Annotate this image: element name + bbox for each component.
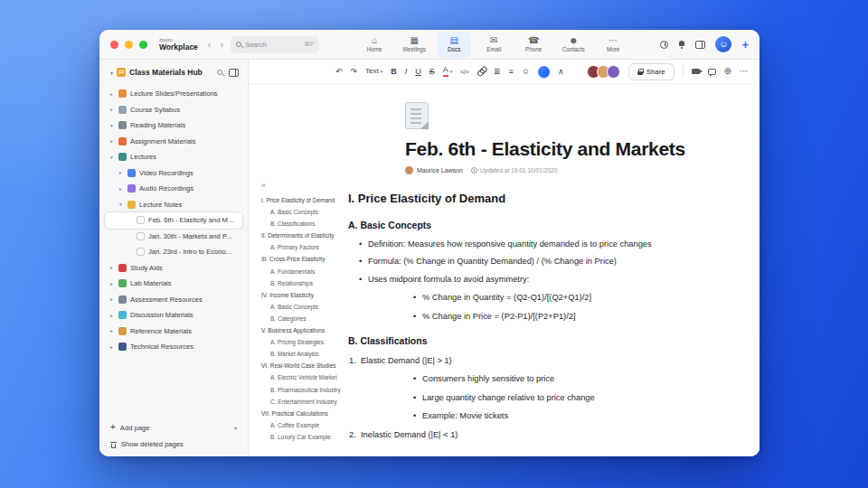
outline-item[interactable]: VI. Real-World Case Studies xyxy=(261,360,352,371)
sidebar-item[interactable]: ▸ Course Syllabus xyxy=(105,102,242,118)
sidebar-item[interactable]: ▸ Lecture Slides/Presentations xyxy=(105,86,242,102)
outline-item[interactable]: B. Classifications xyxy=(261,218,352,230)
share-button[interactable]: Share xyxy=(628,63,675,80)
sidebar-item[interactable]: ▸ Assessment Resources xyxy=(105,292,242,308)
chevron-icon[interactable]: ▸ xyxy=(118,186,124,192)
code-button[interactable]: </> xyxy=(460,69,468,75)
sidebar-item[interactable]: Feb. 6th - Elasticity and M... xyxy=(105,212,242,229)
outline-item[interactable]: A. Primary Factors xyxy=(261,241,352,253)
zoom-window-button[interactable] xyxy=(139,41,147,49)
bulleted-list-icon[interactable]: ≣ xyxy=(494,68,501,76)
sidebar-item[interactable]: ▸ Audio Recordings xyxy=(105,181,242,197)
outline-item[interactable]: V. Business Applications xyxy=(261,324,352,336)
outline-item[interactable]: A. Pricing Strategies xyxy=(261,336,352,348)
sidebar-item[interactable]: Jan. 30th - Markets and P... xyxy=(105,229,242,245)
text-style-dropdown[interactable]: Text ▾ xyxy=(365,68,382,75)
outline-item[interactable]: I. Price Elasticity of Demand xyxy=(261,194,352,206)
globe-icon[interactable]: ⊕ xyxy=(724,67,731,76)
show-deleted-pages-button[interactable]: Show deleted pages xyxy=(110,440,237,448)
forward-button[interactable]: › xyxy=(221,40,224,50)
sidebar-item[interactable]: ▸ Study Aids xyxy=(105,260,242,277)
collaborator-avatar[interactable] xyxy=(607,65,620,79)
chevron-down-icon[interactable]: ▾ xyxy=(234,425,237,431)
plus-icon[interactable]: + xyxy=(741,39,749,51)
tab-meetings[interactable]: ▦ Meetings xyxy=(397,32,431,58)
back-button[interactable]: ‹ xyxy=(208,40,212,50)
chevron-icon[interactable]: ▸ xyxy=(108,313,115,318)
close-window-button[interactable] xyxy=(110,41,118,49)
outline-item[interactable]: II. Determinants of Elasticity xyxy=(261,230,352,241)
comments-icon[interactable] xyxy=(708,69,716,75)
align-icon[interactable]: ≡ xyxy=(509,68,514,76)
chevron-icon[interactable]: ▸ xyxy=(108,344,115,350)
search-input[interactable]: Search ⌘F xyxy=(231,36,319,53)
sidebar-item[interactable]: ▾ Lecture Notes xyxy=(105,197,242,213)
tab-phone[interactable]: ☎ Phone xyxy=(516,32,551,58)
outline-item[interactable]: A. Basic Concepts xyxy=(261,206,352,218)
side-panel-icon[interactable] xyxy=(695,41,705,49)
document-title[interactable]: Feb. 6th - Elasticity and Markets xyxy=(405,138,749,160)
sidebar-item[interactable]: ▸ Discussion Materials xyxy=(105,307,242,324)
collapse-toolbar-icon[interactable]: ∧ xyxy=(558,68,564,76)
emoji-icon[interactable]: ☺ xyxy=(522,68,530,76)
italic-button[interactable]: I xyxy=(405,68,408,76)
strikethrough-button[interactable]: S xyxy=(429,68,435,76)
user-avatar[interactable]: ☺ xyxy=(715,36,731,52)
chevron-icon[interactable]: ▾ xyxy=(108,123,115,128)
sidebar-item[interactable]: ▸ Lab Materials xyxy=(105,276,242,292)
collapse-sidebar-icon[interactable] xyxy=(229,69,239,77)
outline-item[interactable]: A. Electric Vehicle Market xyxy=(261,371,352,383)
sidebar-item[interactable]: ▸ Technical Resources xyxy=(105,339,242,355)
add-page-button[interactable]: + Add page ▾ xyxy=(110,423,237,432)
outline-item[interactable]: B. Luxury Car Example xyxy=(261,431,352,443)
chevron-icon[interactable]: ▾ xyxy=(118,202,124,207)
redo-button[interactable]: ↷ xyxy=(351,68,358,76)
chevron-icon[interactable]: ▸ xyxy=(118,170,124,175)
collapse-outline-icon[interactable]: « xyxy=(261,182,352,190)
sidebar-search-icon[interactable] xyxy=(217,70,222,75)
notifications-icon[interactable] xyxy=(678,41,685,49)
undo-button[interactable]: ↶ xyxy=(335,68,343,76)
outline-item[interactable]: B. Categories xyxy=(261,313,352,324)
sidebar-item[interactable]: ▾ Reading Materials xyxy=(105,117,242,134)
underline-button[interactable]: U xyxy=(415,68,421,76)
tab-home[interactable]: ⌂ Home xyxy=(357,32,392,58)
outline-item[interactable]: B. Market Analysis xyxy=(261,348,352,360)
tab-email[interactable]: ✉ Email xyxy=(476,32,511,58)
outline-item[interactable]: A. Coffee Example xyxy=(261,419,352,431)
video-camera-icon[interactable] xyxy=(692,69,700,74)
chevron-icon[interactable]: ▸ xyxy=(108,328,115,333)
outline-item[interactable]: A. Fundamentals xyxy=(261,266,352,277)
bold-button[interactable]: B xyxy=(391,68,397,76)
chevron-icon[interactable]: ▸ xyxy=(108,265,115,270)
tab-contacts[interactable]: ☻ Contacts xyxy=(556,32,590,58)
sidebar-item[interactable]: ▸ Reference Materials xyxy=(105,324,242,340)
sidebar-item[interactable]: ▸ Video Recordings xyxy=(105,165,242,182)
link-icon[interactable] xyxy=(476,66,486,76)
document-content[interactable]: Feb. 6th - Elasticity and Markets Mauric… xyxy=(348,84,749,456)
more-options-icon[interactable]: ⋯ xyxy=(740,67,749,76)
tab-docs[interactable]: ▤ Docs xyxy=(437,32,471,58)
chevron-icon[interactable]: ▸ xyxy=(108,91,115,97)
chevron-icon[interactable]: ▸ xyxy=(108,138,115,144)
tab-more[interactable]: ⋯ More xyxy=(596,32,630,58)
chevron-icon[interactable]: ▸ xyxy=(108,107,115,112)
ai-companion-icon[interactable] xyxy=(538,66,550,78)
chevron-icon[interactable]: ▸ xyxy=(108,281,115,286)
sidebar-item[interactable]: ▾ Lectures xyxy=(105,149,242,165)
sidebar-item[interactable]: Jan. 23rd - Intro to Econo... xyxy=(105,244,242,260)
sidebar-item[interactable]: ▸ Assignment Materials xyxy=(105,134,242,150)
chevron-down-icon[interactable]: ▾ xyxy=(110,70,113,76)
outline-item[interactable]: A. Basic Concepts xyxy=(261,301,352,313)
chevron-icon[interactable]: ▸ xyxy=(108,296,115,302)
outline-item[interactable]: III. Cross-Price Elasticity xyxy=(261,253,352,265)
outline-item[interactable]: B. Relationships xyxy=(261,277,352,289)
outline-item[interactable]: VII. Practical Calculations xyxy=(261,408,352,419)
chevron-icon[interactable]: ▾ xyxy=(108,155,115,160)
history-icon[interactable] xyxy=(660,41,668,49)
minimize-window-button[interactable] xyxy=(125,41,133,49)
outline-item[interactable]: IV. Income Elasticity xyxy=(261,289,352,301)
text-color-button[interactable]: A ▾ xyxy=(443,66,453,77)
outline-item[interactable]: C. Entertainment Industry xyxy=(261,396,352,408)
outline-item[interactable]: B. Pharmaceutical Industry xyxy=(261,384,352,396)
